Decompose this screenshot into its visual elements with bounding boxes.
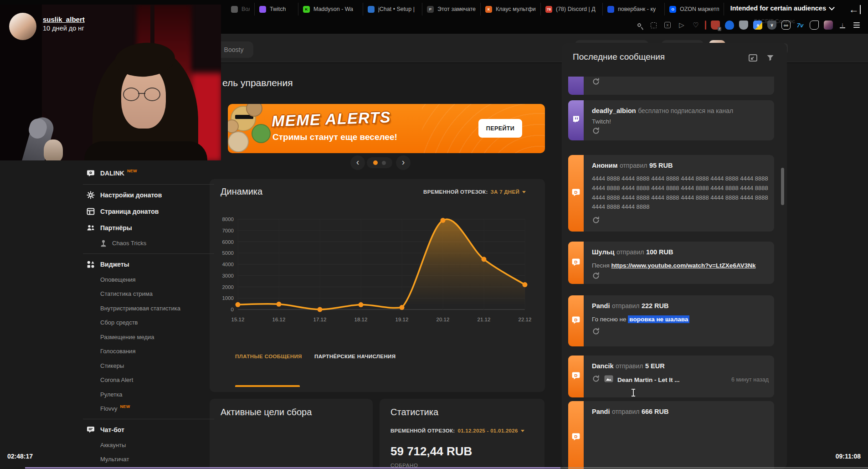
chart-data-point[interactable] — [523, 282, 528, 287]
refresh-icon[interactable] — [592, 327, 600, 335]
tab-title: повербанк - ку — [618, 6, 656, 12]
sliders-icon[interactable] — [852, 20, 862, 30]
tab-title: Клаус мультфи — [496, 6, 536, 12]
sidebar-item-виджеты[interactable]: Виджеты — [77, 256, 214, 273]
refresh-icon[interactable] — [592, 127, 600, 135]
body-text: Го песню не — [592, 316, 628, 323]
sidebar-item-настройки-донатов[interactable]: Настройки донатов — [77, 187, 214, 203]
banner-go-button[interactable]: ПЕРЕЙТИ — [478, 119, 522, 138]
browser-tab[interactable]: повербанк - ку — [603, 3, 665, 15]
browser-tab[interactable]: РЭтот замечате — [422, 3, 481, 15]
svg-text:8000: 8000 — [222, 216, 234, 222]
carousel-next-button[interactable]: › — [396, 155, 411, 170]
shield-dark-icon[interactable]: ∨ — [767, 20, 777, 30]
refresh-button[interactable] — [592, 216, 600, 226]
sidebar-item-партнёры[interactable]: Партнёры — [77, 220, 214, 236]
messages-list[interactable]: deadly_albion бесплатно подписался на ка… — [568, 77, 774, 469]
oo-badge-icon[interactable]: oo — [781, 20, 791, 30]
message-card[interactable]: DШульц отправил 100 RUBПесня https://www… — [568, 242, 774, 284]
sidebar-item-сбор-средств[interactable]: Сбор средств — [77, 315, 214, 330]
sidebar-item-рулетка[interactable]: Рулетка — [77, 387, 214, 402]
stats-period-select[interactable]: ВРЕМЕННОЙ ОТРЕЗОК: 01.12.2025 - 01.01.20… — [390, 428, 524, 433]
tab-partner-accruals[interactable]: ПАРТНЁРСКИЕ НАЧИСЛЕНИЯ — [314, 354, 395, 359]
message-card[interactable]: DPandi отправил 222 RUBГо песню не воров… — [568, 295, 774, 346]
browser-tab[interactable]: jChat • Setup | — [363, 3, 422, 15]
shield-grey-icon[interactable] — [739, 20, 749, 30]
scrollbar-thumb[interactable] — [781, 168, 784, 205]
selection-box-icon[interactable] — [648, 20, 658, 30]
translate-icon[interactable]: а — [753, 20, 763, 30]
popout-button[interactable] — [748, 54, 758, 64]
message-header: Pandi отправил 666 RUB — [592, 407, 769, 416]
sidebar-item-размещение-медиа[interactable]: Размещение медиа — [77, 330, 214, 345]
carousel-prev-button[interactable]: ‹ — [350, 155, 365, 170]
chart-data-point[interactable] — [236, 302, 241, 307]
chart-data-point[interactable] — [277, 302, 282, 307]
stats-amount: 59 712,44 RUB — [390, 444, 472, 459]
profile-photo-icon[interactable] — [823, 20, 833, 30]
message-card[interactable] — [568, 77, 774, 95]
refresh-button[interactable] — [592, 327, 600, 337]
puzzle-icon[interactable] — [809, 20, 819, 30]
sidebar-item-label: Настройки донатов — [100, 191, 162, 199]
play-icon[interactable]: ▷ — [677, 20, 687, 30]
carousel-dot-active[interactable] — [373, 160, 378, 165]
message-card[interactable]: deadly_albion бесплатно подписался на ка… — [568, 100, 774, 140]
chart-data-point[interactable] — [318, 307, 323, 312]
sidebar-item-chaos-tricks[interactable]: Chaos Tricks — [77, 236, 214, 251]
chart-data-point[interactable] — [400, 305, 405, 310]
sidebar-item-стикеры[interactable]: Стикеры — [77, 359, 214, 373]
refresh-button[interactable] — [592, 272, 600, 282]
browser-tab[interactable]: ККлаус мультфи — [481, 3, 541, 15]
chart-data-point[interactable] — [441, 218, 446, 223]
ribbon-blue-icon[interactable] — [724, 20, 734, 30]
sidebar-item-страница-донатов[interactable]: Страница донатов — [77, 203, 214, 220]
desk-figurine — [44, 139, 63, 160]
message-card[interactable]: DPandi отправил 666 RUB — [568, 401, 774, 469]
browser-tab[interactable]: Twitch — [255, 3, 298, 15]
refresh-icon[interactable] — [592, 375, 600, 383]
back-arrow-icon[interactable]: ← — [849, 4, 861, 15]
chatlink-icon — [87, 169, 95, 177]
audience-label[interactable]: Intended for certain audiences — [730, 5, 834, 12]
sidebar-item-аккаунты[interactable]: Аккаунты — [77, 438, 214, 453]
refresh-icon[interactable] — [592, 272, 600, 280]
sidebar-item-corona-alert[interactable]: Corona Alert — [77, 373, 214, 387]
download-icon[interactable]: ↓ — [837, 20, 847, 30]
sidebar-item-мультичат[interactable]: Мультичат — [77, 452, 214, 467]
message-card[interactable]: DАноним отправил 95 RUB4444 8888 4444 88… — [568, 155, 774, 232]
sidebar-item-dalink[interactable]: DALINKNEW — [77, 165, 214, 181]
wave-blue-icon[interactable]: 7v — [795, 20, 805, 30]
browser-tab[interactable]: Волна — [226, 3, 255, 15]
sidebar-item-статистика-стрима[interactable]: Статистика стрима — [77, 287, 214, 301]
message-card[interactable]: DDancik отправил 5 EURDean Martin - Let … — [568, 356, 774, 397]
meme-alerts-banner[interactable]: MEME ALERTS Стримы станут еще веселее! П… — [228, 104, 545, 153]
carousel-dots[interactable] — [367, 157, 392, 168]
refresh-button[interactable] — [592, 127, 600, 137]
media-thumbnail — [604, 375, 613, 384]
sidebar-item-оповещения[interactable]: Оповещения — [77, 273, 214, 287]
chart-data-point[interactable] — [359, 302, 364, 307]
tab-paid-messages[interactable]: ПЛАТНЫЕ СООБЩЕНИЯ — [235, 354, 302, 359]
refresh-button[interactable] — [592, 77, 600, 88]
filter-button[interactable] — [766, 54, 774, 63]
pin-icon[interactable] — [634, 20, 644, 30]
refresh-icon[interactable] — [592, 77, 600, 86]
close-box-icon[interactable]: × — [663, 20, 673, 30]
youtube-link[interactable]: https://www.youtube.com/watch?v=LtZXe6AV… — [611, 262, 755, 269]
chart-data-point[interactable] — [482, 257, 487, 262]
shield-red-icon[interactable]: 7 — [710, 20, 720, 30]
sidebar-item-label: Виджеты — [100, 261, 129, 268]
sidebar-item-flovvy[interactable]: FlovvyNEW — [77, 402, 214, 416]
sidebar-item-чат-бот[interactable]: Чат-бот — [77, 422, 214, 438]
carousel-dot[interactable] — [382, 161, 386, 165]
refresh-icon[interactable] — [592, 216, 600, 224]
browser-tab[interactable]: KMaddyson - Wa — [298, 3, 363, 15]
browser-tab[interactable]: 78(78) Discord | Д — [541, 3, 603, 15]
heart-icon[interactable]: ♡ — [691, 20, 701, 30]
browser-tab[interactable]: OOZON маркетп — [665, 3, 724, 15]
chart-period-select[interactable]: ВРЕМЕННОЙ ОТРЕЗОК: ЗА 7 ДНЕЙ — [423, 189, 526, 195]
sidebar-item-внутристримовая-статистика[interactable]: Внутристримовая статистика — [77, 301, 214, 316]
sidebar-item-голосования[interactable]: Голосования — [77, 344, 214, 359]
refresh-button[interactable] — [592, 375, 600, 385]
